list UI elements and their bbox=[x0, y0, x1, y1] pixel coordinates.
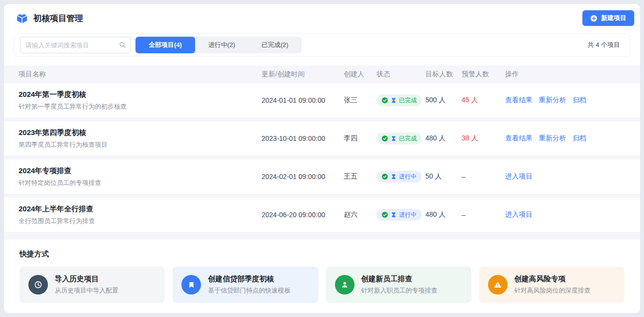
shortcut-card[interactable]: 导入历史项目 从历史项目中导入配置 bbox=[20, 267, 165, 303]
table-body: 2024年第一季度初核 针对第一季度员工异常行为的初步核查 2024-01-01… bbox=[4, 83, 640, 232]
row-actions: 进入项目 bbox=[505, 172, 625, 181]
row-actions: 进入项目 bbox=[505, 210, 625, 219]
row-actions: 查看结果重新分析归档 bbox=[505, 96, 625, 105]
row-action-link[interactable]: 进入项目 bbox=[505, 210, 533, 219]
table-row: 2024年专项排查 针对特定岗位员工的专项排查 2024-02-01 09:00… bbox=[4, 159, 640, 194]
page-title: 初核项目管理 bbox=[33, 13, 83, 24]
new-project-label: 新建项目 bbox=[601, 14, 626, 23]
filter-toolbar: 全部项目(4)进行中(2)已完成(2) 共 4 个项目 bbox=[14, 33, 630, 57]
project-time: 2024-06-20 09:00:00 bbox=[262, 211, 344, 219]
status-badge: 已完成 bbox=[377, 133, 422, 144]
target-count: 500 人 bbox=[425, 96, 462, 105]
status-badge: 进行中 bbox=[377, 171, 422, 182]
row-action-link[interactable]: 查看结果 bbox=[505, 96, 533, 105]
target-count: 50 人 bbox=[425, 172, 462, 181]
filter-tab[interactable]: 进行中(2) bbox=[195, 37, 248, 53]
card-title: 创建新员工排查 bbox=[361, 274, 438, 284]
person-icon bbox=[341, 281, 349, 289]
table-header: 项目名称更新/创建时间创建人状态目标人数预警人数操作 bbox=[4, 66, 640, 83]
status-label: 进行中 bbox=[399, 211, 417, 219]
hourglass-icon bbox=[391, 174, 397, 180]
total-count: 共 4 个项目 bbox=[588, 41, 620, 49]
filter-tab[interactable]: 全部项目(4) bbox=[135, 37, 195, 53]
status-label: 进行中 bbox=[399, 173, 417, 181]
table-row: 2024年上半年全行排查 全行范围员工异常行为排查 2024-06-20 09:… bbox=[4, 198, 640, 232]
hourglass-icon bbox=[391, 97, 397, 103]
table-row: 2024年第一季度初核 针对第一季度员工异常行为的初步核查 2024-01-01… bbox=[4, 83, 640, 117]
check-circle-icon bbox=[381, 173, 388, 180]
project-description: 针对第一季度员工异常行为的初步核查 bbox=[19, 102, 262, 111]
project-name: 2023年第四季度初核 bbox=[19, 128, 262, 137]
status-label: 已完成 bbox=[399, 135, 417, 143]
card-title: 创建高风险专项 bbox=[514, 274, 591, 284]
row-action-link[interactable]: 查看结果 bbox=[505, 134, 533, 143]
card-title: 创建信贷部季度初核 bbox=[208, 274, 290, 284]
project-management-panel: 初核项目管理 新建项目 全部项目(4)进行中(2)已完成(2) 共 4 个项目 bbox=[4, 4, 640, 313]
target-count: 480 人 bbox=[425, 134, 462, 143]
project-creator: 张三 bbox=[344, 96, 377, 105]
target-count: 480 人 bbox=[425, 210, 462, 219]
shortcut-card[interactable]: 创建高风险专项 针对高风险岗位的深度排查 bbox=[479, 267, 624, 303]
project-time: 2023-10-01 09:00:00 bbox=[262, 135, 344, 142]
shortcuts-title: 快捷方式 bbox=[20, 249, 624, 259]
project-name: 2024年专项排查 bbox=[19, 166, 262, 176]
row-action-link[interactable]: 归档 bbox=[573, 134, 586, 143]
warning-count: – bbox=[462, 211, 505, 219]
shortcut-card[interactable]: 创建信贷部季度初核 基于信贷部门特点的快速模板 bbox=[173, 267, 318, 303]
card-description: 针对新入职员工的专项排查 bbox=[361, 286, 438, 295]
project-description: 第四季度员工异常行为核查项目 bbox=[19, 140, 262, 149]
check-circle-icon bbox=[381, 97, 388, 104]
warning-count: 38 人 bbox=[462, 134, 505, 143]
column-header: 创建人 bbox=[344, 70, 377, 79]
status-badge: 进行中 bbox=[377, 209, 422, 221]
card-title: 导入历史项目 bbox=[55, 274, 118, 284]
column-header: 预警人数 bbox=[462, 70, 505, 79]
project-creator: 王五 bbox=[344, 172, 377, 181]
project-creator: 赵六 bbox=[344, 210, 377, 219]
project-description: 全行范围员工异常行为排查 bbox=[19, 217, 262, 226]
row-action-link[interactable]: 进入项目 bbox=[505, 172, 533, 181]
column-header: 操作 bbox=[505, 70, 625, 79]
table-row: 2023年第四季度初核 第四季度员工异常行为核查项目 2023-10-01 09… bbox=[4, 121, 640, 156]
shortcut-cards: 导入历史项目 从历史项目中导入配置 创建信贷部季度初核 bbox=[20, 267, 624, 303]
project-table: 项目名称更新/创建时间创建人状态目标人数预警人数操作 2024年第一季度初核 针… bbox=[4, 66, 640, 240]
clock-icon bbox=[34, 280, 43, 289]
card-description: 从历史项目中导入配置 bbox=[55, 286, 118, 295]
warning-count: – bbox=[462, 173, 505, 181]
hourglass-icon bbox=[391, 136, 397, 141]
card-description: 基于信贷部门特点的快速模板 bbox=[208, 286, 290, 295]
cube-icon bbox=[16, 12, 28, 24]
column-header: 更新/创建时间 bbox=[262, 70, 344, 79]
status-label: 已完成 bbox=[399, 96, 417, 105]
search-box bbox=[20, 37, 131, 53]
shortcuts-section: 快捷方式 导入历史项目 从历史项目中导入配置 bbox=[4, 240, 640, 303]
column-header: 项目名称 bbox=[19, 70, 262, 79]
card-description: 针对高风险岗位的深度排查 bbox=[514, 286, 591, 295]
column-header: 目标人数 bbox=[425, 70, 462, 79]
search-input[interactable] bbox=[20, 37, 131, 53]
check-circle-icon bbox=[381, 211, 388, 218]
row-action-link[interactable]: 重新分析 bbox=[539, 96, 566, 105]
row-actions: 查看结果重新分析归档 bbox=[505, 134, 625, 143]
filter-tabs: 全部项目(4)进行中(2)已完成(2) bbox=[135, 37, 302, 53]
plus-circle-icon bbox=[590, 15, 598, 22]
column-header: 状态 bbox=[377, 70, 425, 79]
row-action-link[interactable]: 归档 bbox=[573, 96, 586, 105]
status-badge: 已完成 bbox=[377, 94, 422, 106]
warning-count: 45 人 bbox=[462, 96, 505, 105]
project-time: 2024-02-01 09:00:00 bbox=[262, 173, 344, 181]
project-name: 2024年上半年全行排查 bbox=[19, 204, 262, 214]
shortcut-card[interactable]: 创建新员工排查 针对新入职员工的专项排查 bbox=[326, 267, 471, 303]
new-project-button[interactable]: 新建项目 bbox=[582, 10, 634, 26]
project-time: 2024-01-01 09:00:00 bbox=[262, 96, 344, 104]
page-header: 初核项目管理 新建项目 bbox=[4, 4, 640, 32]
bookmark-icon bbox=[188, 281, 195, 289]
row-action-link[interactable]: 重新分析 bbox=[539, 134, 566, 143]
filter-tab[interactable]: 已完成(2) bbox=[248, 37, 302, 53]
project-description: 针对特定岗位员工的专项排查 bbox=[19, 179, 262, 187]
warning-icon bbox=[494, 281, 502, 289]
search-icon[interactable] bbox=[119, 41, 126, 50]
project-name: 2024年第一季度初核 bbox=[19, 90, 262, 99]
project-creator: 李四 bbox=[344, 134, 377, 143]
hourglass-icon bbox=[391, 212, 397, 218]
